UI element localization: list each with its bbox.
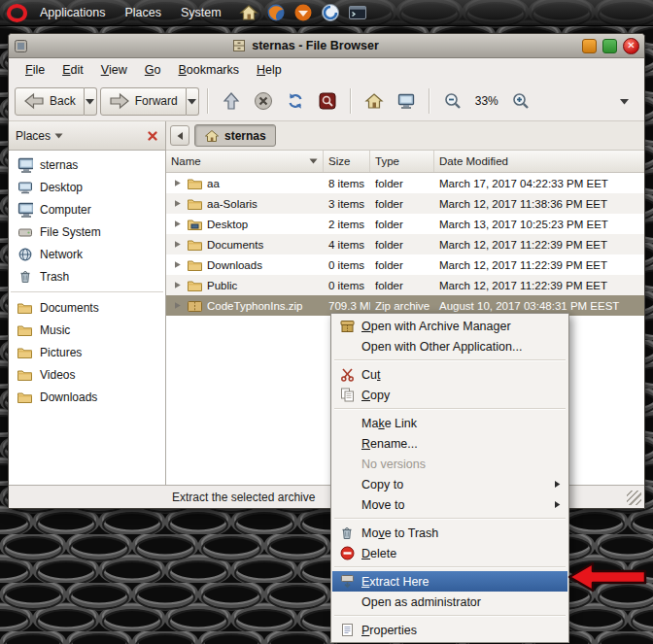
context-menu-item-open-as-administrator[interactable]: Open as administrator — [332, 592, 567, 612]
panel-menu-system[interactable]: System — [171, 0, 231, 25]
file-row-public[interactable]: Public0 itemsfolderMarch 12, 2017 11:22:… — [166, 275, 644, 295]
view-as-dropdown[interactable] — [609, 86, 638, 116]
sidebar-item-sternas[interactable]: sternas — [9, 153, 165, 176]
menubar-item-bookmarks[interactable]: Bookmarks — [170, 58, 249, 82]
desktop-folder-icon — [186, 218, 203, 231]
swirl-launcher[interactable] — [319, 1, 342, 24]
menu-item-label: Open as administrator — [361, 595, 481, 609]
forward-button-label: Forward — [135, 94, 178, 108]
titlebar[interactable]: sternas - File Browser ✕ — [9, 34, 644, 58]
maximize-button[interactable] — [602, 39, 617, 53]
folder-icon — [186, 279, 203, 292]
expander-icon[interactable] — [172, 199, 182, 208]
expander-icon[interactable] — [172, 220, 182, 228]
sidebar-header-label: Places — [16, 129, 51, 143]
path-button-current[interactable]: sternas — [194, 124, 276, 147]
menubar-item-view[interactable]: View — [92, 58, 136, 82]
computer-icon — [396, 92, 416, 110]
zoom-in-button[interactable] — [506, 86, 535, 116]
column-header-date-modified[interactable]: Date Modified — [434, 151, 644, 172]
list-column-headers: NameSizeTypeDate Modified — [166, 151, 644, 173]
expander-icon[interactable] — [172, 281, 182, 289]
context-menu-item-move-to[interactable]: Move to — [332, 494, 567, 515]
zoom-out-button[interactable] — [438, 86, 467, 116]
zoom-level: 33% — [470, 94, 503, 108]
sidebar-header[interactable]: Places — [9, 121, 165, 151]
stop-icon — [254, 91, 273, 111]
file-browser-icon — [231, 38, 247, 53]
context-menu-item-make-link[interactable]: Make Link — [332, 413, 567, 433]
path-scroll-left-button[interactable] — [170, 125, 189, 146]
expander-icon[interactable] — [172, 179, 182, 187]
chevron-down-icon — [85, 98, 95, 105]
menu-separator — [334, 566, 566, 568]
computer-button[interactable] — [392, 86, 421, 116]
menu-item-label: Open with Other Application... — [361, 340, 522, 354]
back-button[interactable]: Back — [15, 87, 85, 116]
sidebar-item-documents[interactable]: Documents — [9, 296, 165, 319]
file-row-desktop[interactable]: Desktop2 itemsfolderMarch 13, 2017 10:25… — [166, 214, 644, 234]
panel-menu-applications[interactable]: Applications — [30, 0, 115, 25]
context-menu-item-cut[interactable]: Cut — [332, 364, 567, 385]
menubar-item-edit[interactable]: Edit — [53, 58, 92, 82]
sidebar-item-trash[interactable]: Trash — [9, 265, 165, 288]
terminal-launcher[interactable] — [346, 1, 369, 24]
file-name-cell: CodeTyphonIns.zip — [166, 299, 324, 313]
file-row-downloads[interactable]: Downloads0 itemsfolderMarch 12, 2017 11:… — [166, 254, 644, 275]
back-button-dropdown[interactable] — [85, 87, 97, 116]
file-name-cell: aa-Solaris — [166, 197, 324, 211]
sidebar-item-network[interactable]: Network — [9, 243, 165, 265]
menubar-item-file[interactable]: File — [17, 58, 53, 82]
context-menu-item-copy[interactable]: Copy — [332, 385, 567, 405]
close-sidebar-icon[interactable] — [147, 130, 158, 142]
sidebar-item-videos[interactable]: Videos — [9, 363, 165, 386]
chevron-down-icon — [187, 98, 197, 105]
up-button[interactable] — [217, 86, 246, 116]
home-button[interactable] — [360, 86, 389, 116]
thunderbird-launcher[interactable] — [292, 1, 315, 24]
context-menu-item-move-to-trash[interactable]: Move to Trash — [332, 523, 567, 543]
file-row-aa-solaris[interactable]: aa-Solaris3 itemsfolderMarch 12, 2017 11… — [166, 193, 644, 214]
home-launcher-launcher[interactable] — [237, 1, 260, 24]
sidebar-item-music[interactable]: Music — [9, 319, 165, 341]
sidebar-item-pictures[interactable]: Pictures — [9, 341, 165, 363]
sidebar-item-computer[interactable]: Computer — [9, 198, 165, 220]
context-menu-item-copy-to[interactable]: Copy to — [332, 474, 567, 494]
panel-menu-places[interactable]: Places — [115, 0, 171, 25]
context-menu-item-rename[interactable]: Rename... — [332, 433, 567, 454]
context-menu-item-open-with-other-application[interactable]: Open with Other Application... — [332, 336, 567, 356]
firefox-launcher[interactable] — [264, 1, 288, 24]
panel-menus: ApplicationsPlacesSystem — [30, 0, 231, 25]
context-menu-item-properties[interactable]: Properties — [332, 620, 567, 640]
context-menu-item-delete[interactable]: Delete — [332, 543, 567, 563]
context-menu-item-open-with-archive-manager[interactable]: Open with Archive Manager — [332, 316, 567, 336]
minimize-button[interactable] — [582, 39, 597, 53]
search-button[interactable] — [313, 86, 342, 116]
sidebar-item-downloads[interactable]: Downloads — [9, 386, 165, 408]
window-menu-icon[interactable] — [14, 39, 28, 53]
search-icon — [318, 91, 337, 111]
reload-button[interactable] — [281, 86, 310, 116]
sidebar-item-desktop[interactable]: Desktop — [9, 176, 165, 198]
trash-icon — [17, 269, 33, 284]
context-menu-item-extract-here[interactable]: Extract Here — [332, 571, 567, 592]
network-icon — [17, 248, 33, 261]
menubar-item-go[interactable]: Go — [136, 58, 170, 82]
forward-button[interactable]: Forward — [100, 87, 187, 116]
column-header-type[interactable]: Type — [370, 151, 434, 172]
file-row-documents[interactable]: Documents4 itemsfolderMarch 12, 2017 11:… — [166, 234, 644, 254]
expander-icon[interactable] — [172, 240, 182, 249]
oracle-logo[interactable] — [5, 1, 28, 24]
close-button[interactable]: ✕ — [623, 38, 639, 54]
file-row-aa[interactable]: aa8 itemsfolderMarch 17, 2017 04:22:33 P… — [166, 173, 644, 193]
expander-icon[interactable] — [172, 260, 182, 269]
column-header-name[interactable]: Name — [166, 151, 324, 172]
menubar-item-help[interactable]: Help — [248, 58, 291, 82]
forward-button-dropdown[interactable] — [187, 87, 199, 116]
column-header-size[interactable]: Size — [324, 151, 370, 172]
copy-icon — [337, 388, 357, 402]
stop-button[interactable] — [249, 86, 278, 116]
expander-icon[interactable] — [172, 301, 182, 310]
resize-grip[interactable] — [627, 491, 641, 505]
sidebar-item-file-system[interactable]: File System — [9, 220, 165, 243]
